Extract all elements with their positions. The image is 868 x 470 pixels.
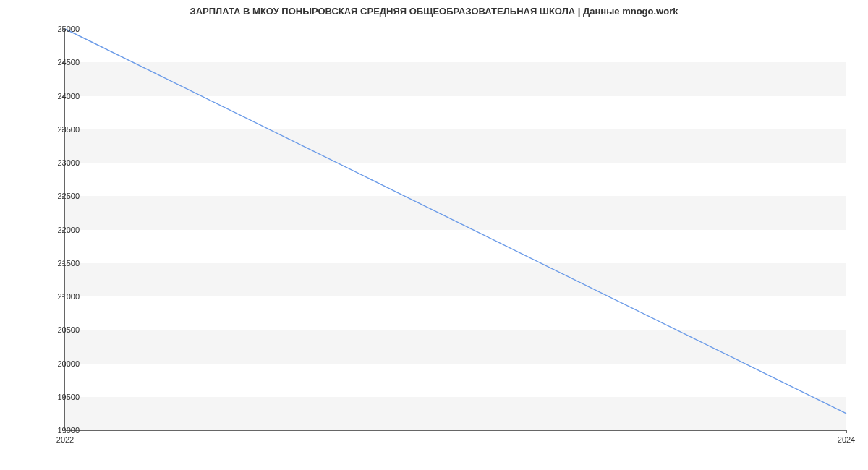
- series-line: [65, 29, 846, 414]
- y-tick-label: 21000: [36, 292, 80, 301]
- y-tick-mark: [62, 163, 65, 163]
- y-tick-mark: [62, 296, 65, 297]
- x-tick-mark: [65, 430, 66, 433]
- plot-area: [65, 29, 846, 430]
- y-tick-label: 21500: [36, 259, 80, 268]
- y-tick-mark: [62, 364, 65, 364]
- y-tick-label: 20000: [36, 359, 80, 368]
- y-tick-label: 23500: [36, 125, 80, 134]
- chart-title: ЗАРПЛАТА В МКОУ ПОНЫРОВСКАЯ СРЕДНЯЯ ОБЩЕ…: [0, 6, 868, 17]
- y-tick-label: 25000: [36, 25, 80, 33]
- y-tick-mark: [62, 196, 65, 197]
- x-axis-line: [65, 430, 846, 431]
- y-tick-label: 19000: [36, 426, 80, 435]
- y-tick-label: 23000: [36, 158, 80, 167]
- y-tick-mark: [62, 230, 65, 231]
- y-tick-mark: [62, 330, 65, 330]
- x-tick-mark: [846, 430, 847, 433]
- y-tick-mark: [62, 397, 65, 398]
- x-tick-label: 2022: [56, 435, 74, 444]
- chart-container: ЗАРПЛАТА В МКОУ ПОНЫРОВСКАЯ СРЕДНЯЯ ОБЩЕ…: [0, 0, 868, 470]
- y-tick-mark: [62, 96, 65, 97]
- line-layer: [65, 29, 846, 430]
- y-tick-mark: [62, 129, 65, 130]
- y-tick-mark: [62, 263, 65, 264]
- y-tick-label: 24500: [36, 58, 80, 67]
- y-tick-label: 22500: [36, 192, 80, 200]
- y-tick-mark: [62, 62, 65, 63]
- y-tick-label: 20500: [36, 325, 80, 334]
- y-tick-label: 19500: [36, 393, 80, 401]
- y-tick-label: 22000: [36, 226, 80, 234]
- x-tick-label: 2024: [838, 435, 855, 444]
- plot-inner: [65, 29, 846, 430]
- y-tick-label: 24000: [36, 92, 80, 101]
- y-tick-mark: [62, 29, 65, 30]
